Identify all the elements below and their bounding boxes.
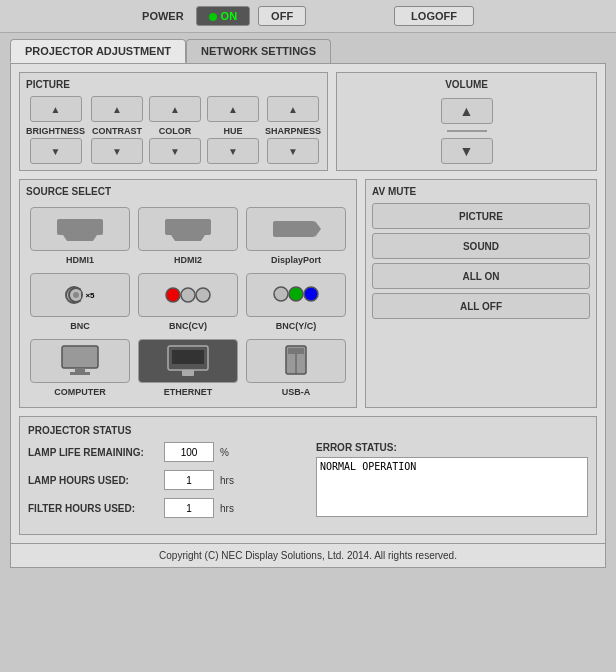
volume-section: VOLUME ▲ ▼ <box>336 72 597 171</box>
source-item-hdmi2[interactable]: HDMI2 <box>138 207 238 265</box>
brightness-label: BRIGHTNESS <box>26 126 85 136</box>
lamp-hours-input[interactable] <box>164 470 214 490</box>
source-btn-bnccv[interactable] <box>138 273 238 317</box>
source-item-computer[interactable]: COMPUTER <box>30 339 130 397</box>
tab-projector-adjustment[interactable]: PROJECTOR ADJUSTMENT <box>10 39 186 63</box>
hdmi2-icon <box>163 217 213 241</box>
contrast-down-button[interactable]: ▼ <box>91 138 143 164</box>
source-label-usba: USB-A <box>282 387 311 397</box>
picture-title: PICTURE <box>26 79 321 90</box>
svg-marker-3 <box>171 235 205 241</box>
av-mute-all-on-button[interactable]: ALL ON <box>372 263 590 289</box>
volume-controls: ▲ ▼ <box>441 98 493 164</box>
svg-rect-14 <box>62 346 98 368</box>
lamp-life-input[interactable] <box>164 442 214 462</box>
lamp-hours-unit: hrs <box>220 475 234 486</box>
footer-text: Copyright (C) NEC Display Solutions, Ltd… <box>159 550 457 561</box>
svg-rect-19 <box>182 370 194 376</box>
svg-rect-21 <box>288 348 304 354</box>
tab-network-settings[interactable]: NETWORK SETTINGS <box>186 39 331 63</box>
source-btn-computer[interactable] <box>30 339 130 383</box>
hue-label: HUE <box>224 126 243 136</box>
contrast-label: CONTRAST <box>92 126 142 136</box>
source-item-usba[interactable]: USB-A <box>246 339 346 397</box>
filter-hours-input[interactable] <box>164 498 214 518</box>
contrast-up-button[interactable]: ▲ <box>91 96 143 122</box>
svg-point-11 <box>274 287 288 301</box>
brightness-control: ▲ BRIGHTNESS ▼ <box>26 96 85 164</box>
usb-icon <box>278 344 314 378</box>
svg-rect-2 <box>165 219 211 235</box>
source-btn-bnc[interactable]: ×5 <box>30 273 130 317</box>
power-on-button[interactable]: ON <box>196 6 251 26</box>
color-down-button[interactable]: ▼ <box>149 138 201 164</box>
hue-down-button[interactable]: ▼ <box>207 138 259 164</box>
filter-hours-label: FILTER HOURS USED: <box>28 503 158 514</box>
svg-point-7 <box>73 292 79 298</box>
svg-marker-5 <box>315 221 321 237</box>
color-label: COLOR <box>159 126 192 136</box>
source-label-bnc: BNC <box>70 321 90 331</box>
source-item-bnccv[interactable]: BNC(CV) <box>138 273 238 331</box>
lamp-hours-row: LAMP HOURS USED: hrs <box>28 470 300 490</box>
source-btn-displayport[interactable] <box>246 207 346 251</box>
power-label: POWER <box>142 10 184 22</box>
source-item-ethernet[interactable]: ETHERNET <box>138 339 238 397</box>
top-bar: POWER ON OFF LOGOFF <box>0 0 616 33</box>
svg-point-8 <box>166 288 180 302</box>
ethernet-icon <box>166 344 210 378</box>
av-mute-picture-button[interactable]: PICTURE <box>372 203 590 229</box>
svg-rect-15 <box>75 368 85 372</box>
source-label-ethernet: ETHERNET <box>164 387 213 397</box>
volume-divider <box>447 130 487 132</box>
source-btn-usba[interactable] <box>246 339 346 383</box>
source-label-bnccv: BNC(CV) <box>169 321 207 331</box>
status-row: LAMP LIFE REMAINING: % LAMP HOURS USED: … <box>28 442 588 526</box>
status-left: LAMP LIFE REMAINING: % LAMP HOURS USED: … <box>28 442 300 526</box>
error-status-textarea[interactable]: NORMAL OPERATION <box>316 457 588 517</box>
lamp-life-unit: % <box>220 447 229 458</box>
picture-volume-row: PICTURE ▲ BRIGHTNESS ▼ ▲ CONTRAST ▼ ▲ CO… <box>19 72 597 171</box>
svg-rect-0 <box>57 219 103 235</box>
main-content: PICTURE ▲ BRIGHTNESS ▼ ▲ CONTRAST ▼ ▲ CO… <box>10 63 606 544</box>
sharpness-up-button[interactable]: ▲ <box>267 96 319 122</box>
hue-control: ▲ HUE ▼ <box>207 96 259 164</box>
svg-rect-18 <box>172 350 204 364</box>
status-right: ERROR STATUS: NORMAL OPERATION <box>316 442 588 526</box>
source-label-bncyc: BNC(Y/C) <box>276 321 317 331</box>
source-btn-hdmi2[interactable] <box>138 207 238 251</box>
svg-point-10 <box>196 288 210 302</box>
source-item-bnc[interactable]: ×5 BNC <box>30 273 130 331</box>
bnccv-icon <box>165 285 211 305</box>
source-btn-hdmi1[interactable] <box>30 207 130 251</box>
source-btn-bncyc[interactable] <box>246 273 346 317</box>
bncyc-icon <box>273 284 319 306</box>
power-off-button[interactable]: OFF <box>258 6 306 26</box>
logoff-button[interactable]: LOGOFF <box>394 6 474 26</box>
svg-rect-16 <box>70 372 90 375</box>
source-btn-ethernet[interactable] <box>138 339 238 383</box>
sharpness-control: ▲ SHARPNESS ▼ <box>265 96 321 164</box>
volume-up-button[interactable]: ▲ <box>441 98 493 124</box>
av-mute-title: AV MUTE <box>372 186 590 197</box>
lamp-hours-label: LAMP HOURS USED: <box>28 475 158 486</box>
source-item-displayport[interactable]: DisplayPort <box>246 207 346 265</box>
av-mute-all-off-button[interactable]: ALL OFF <box>372 293 590 319</box>
brightness-down-button[interactable]: ▼ <box>30 138 82 164</box>
filter-hours-unit: hrs <box>220 503 234 514</box>
source-select-title: SOURCE SELECT <box>26 186 350 197</box>
sharpness-down-button[interactable]: ▼ <box>267 138 319 164</box>
source-label-displayport: DisplayPort <box>271 255 321 265</box>
hue-up-button[interactable]: ▲ <box>207 96 259 122</box>
color-up-button[interactable]: ▲ <box>149 96 201 122</box>
svg-point-12 <box>289 287 303 301</box>
av-mute-sound-button[interactable]: SOUND <box>372 233 590 259</box>
tab-bar: PROJECTOR ADJUSTMENT NETWORK SETTINGS <box>0 33 616 63</box>
source-label-computer: COMPUTER <box>54 387 106 397</box>
source-label-hdmi2: HDMI2 <box>174 255 202 265</box>
source-avmute-row: SOURCE SELECT HDMI1 <box>19 179 597 408</box>
source-item-hdmi1[interactable]: HDMI1 <box>30 207 130 265</box>
source-item-bncyc[interactable]: BNC(Y/C) <box>246 273 346 331</box>
volume-down-button[interactable]: ▼ <box>441 138 493 164</box>
brightness-up-button[interactable]: ▲ <box>30 96 82 122</box>
